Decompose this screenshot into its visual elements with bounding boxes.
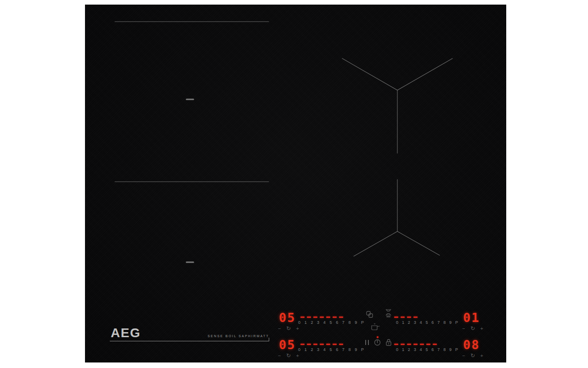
left-rear-power-slider[interactable]: 0123456789P (298, 321, 364, 325)
left-front-level-dashes (300, 344, 343, 345)
right-front-power-display: 08 (463, 339, 480, 351)
right-front-zone-y-marker (354, 231, 440, 256)
left-front-plus-button[interactable]: + (296, 353, 299, 358)
product-photo: AEG SENSE BOIL SAPHIRMATT 05 0123456789P… (0, 0, 588, 368)
right-rear-timer-cluster: − ↻ + (462, 326, 483, 331)
status-indicator-dot (377, 336, 379, 338)
brand-underline (110, 341, 269, 341)
right-rear-power-slider[interactable]: 0123456789P (396, 321, 458, 325)
pause-button[interactable] (365, 340, 369, 345)
left-rear-timer-cluster: − ↻ + (278, 326, 299, 331)
left-front-power-slider[interactable]: 0123456789P (298, 348, 364, 352)
right-front-timer-cluster: − ↻ + (462, 353, 483, 358)
right-rear-zone-y-marker (342, 58, 452, 90)
right-front-timer-icon[interactable]: ↻ (470, 353, 475, 358)
left-rear-timer-icon[interactable]: ↻ (286, 326, 291, 331)
right-front-power-slider[interactable]: 0123456789P (396, 348, 458, 352)
aeg-logo: AEG (111, 327, 141, 339)
left-rear-minus-button[interactable]: − (278, 326, 281, 331)
right-front-level-dashes (394, 344, 437, 345)
right-rear-minus-button[interactable]: − (462, 326, 465, 331)
right-rear-plus-button[interactable]: + (481, 326, 483, 331)
lock-button[interactable] (385, 339, 392, 346)
left-front-power-display: 05 (279, 339, 296, 351)
hob-surface: AEG SENSE BOIL SAPHIRMATT 05 0123456789P… (85, 5, 506, 362)
hourglass-function-icon[interactable] (385, 309, 391, 317)
right-rear-timer-icon[interactable]: ↻ (470, 326, 475, 331)
right-front-minus-button[interactable]: − (462, 353, 465, 358)
left-rear-power-display: 05 (279, 311, 296, 324)
left-front-minus-button[interactable]: − (278, 353, 281, 358)
left-rear-level-dashes (300, 316, 343, 318)
left-front-timer-cluster: − ↻ + (278, 353, 299, 358)
series-label: SENSE BOIL SAPHIRMATT (200, 334, 269, 338)
right-front-plus-button[interactable]: + (481, 353, 483, 358)
right-rear-level-dashes (394, 316, 418, 318)
zone-markers (85, 5, 506, 362)
left-rear-plus-button[interactable]: + (296, 326, 299, 331)
senseboil-pot-icon[interactable] (370, 323, 380, 330)
brand-underline-tick (269, 338, 269, 341)
right-rear-power-display: 01 (463, 311, 480, 324)
power-button[interactable] (374, 339, 381, 346)
left-front-timer-icon[interactable]: ↻ (286, 353, 291, 358)
bridge-icon[interactable] (366, 311, 373, 318)
